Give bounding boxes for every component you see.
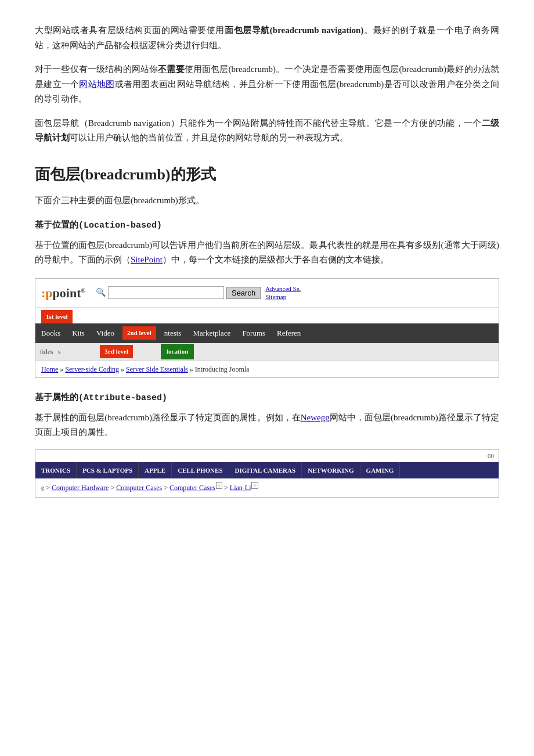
paragraph-1: 大型网站或者具有层级结构页面的网站需要使用面包层导航(breadcrumb na… xyxy=(35,23,499,53)
level-3rd-label: 3rd level xyxy=(100,345,133,358)
sp-search-area: 🔍 Search Advanced Se. Sitemap xyxy=(96,285,301,301)
sp-nav-marketplace: Marketplace xyxy=(187,323,236,343)
sp-nav-kits: Kits xyxy=(66,323,91,343)
sp-nav-ntests: ntests xyxy=(158,323,187,343)
sp-logo: :ppoint® xyxy=(41,282,85,304)
sp-bc-current: Introducing Joomla xyxy=(195,365,250,373)
newegg-top-bar: 00 xyxy=(35,450,499,463)
sp-bc-server-essentials[interactable]: Server Side Essentials xyxy=(126,365,188,373)
sp-bc-sep2: » xyxy=(121,365,126,373)
newegg-nav-apple: APPLE xyxy=(139,462,172,478)
sp-breadcrumb: Home » Server-side Coding » Server Side … xyxy=(35,361,499,377)
paragraph-4: 下面介三种主要的面包层(breadcrumb)形式。 xyxy=(35,193,499,208)
sp-sub-row: tides s 3rd level location xyxy=(35,343,499,361)
newegg-cases-close[interactable]: × xyxy=(216,482,222,489)
p3-text-rest: 可以让用户确认他的当前位置，并且是你的网站导航的另一种表现方式。 xyxy=(70,133,348,142)
paragraph-5: 基于位置的面包层(breadcrumb)可以告诉用户他们当前所在的网站层级。最具… xyxy=(35,238,499,268)
p1-text-before: 大型网站或者具有层级结构页面的网站需要使用 xyxy=(35,26,225,35)
p6-text-before: 基于属性的面包层(breadcrumb)路径显示了特定页面的属性。例如，在 xyxy=(35,413,301,422)
p3-text-before: 面包层导航（Breadcrumb navigation）只能作为一个网站附属的特… xyxy=(35,118,482,128)
newegg-link[interactable]: Newegg xyxy=(301,413,330,422)
sp-bc-server-coding[interactable]: Server-side Coding xyxy=(65,365,119,373)
newegg-nav-cameras: DIGITAL CAMERAS xyxy=(229,462,302,478)
level-location-label: location xyxy=(161,344,194,359)
newegg-bc-cases[interactable]: Computer Cases xyxy=(116,484,162,492)
sp-search-input[interactable] xyxy=(108,286,224,299)
newegg-nav-bar: TRONICS PCS & LAPTOPS APPLE CELL PHONES … xyxy=(35,462,499,478)
p2-bold-text: 不需要 xyxy=(158,64,184,74)
sp-bc-sep3: » xyxy=(190,365,195,373)
sp-nav-books: Books xyxy=(35,323,66,343)
sp-nav-video: Video xyxy=(91,323,120,343)
p2-text-before: 对于一些仅有一级结构的网站你 xyxy=(35,64,158,74)
newegg-nav-pcs: PCS & LAPTOPS xyxy=(77,462,139,478)
newegg-nav-networking: NETWORKING xyxy=(302,462,360,478)
paragraph-3: 面包层导航（Breadcrumb navigation）只能作为一个网站附属的特… xyxy=(35,116,499,146)
sitepoint-screenshot: :ppoint® 🔍 Search Advanced Se. Sitemap 1… xyxy=(35,278,499,378)
sp-nav-bar: Books Kits Video 2nd level ntests Market… xyxy=(35,323,499,343)
sp-advanced-search-link[interactable]: Advanced Se. xyxy=(265,285,301,293)
search-icon: 🔍 xyxy=(96,286,106,300)
paragraph-2: 对于一些仅有一级结构的网站你不需要使用面包层(breadcrumb)。一个决定是… xyxy=(35,62,499,107)
newegg-screenshot: 00 TRONICS PCS & LAPTOPS APPLE CELL PHON… xyxy=(35,449,499,498)
sp-nav-referen: Referen xyxy=(271,323,306,343)
newegg-bc-cases2[interactable]: Computer Cases xyxy=(169,484,215,492)
p1-bold-text: 面包层导航(breadcrumb navigation) xyxy=(225,26,363,35)
newegg-breadcrumb-row: e > Computer Hardware > Computer Cases >… xyxy=(35,478,499,496)
p5-text-rest: ）中，每一个文本链接的层级都大于各自右侧的文本链接。 xyxy=(163,255,389,264)
newegg-top-number: 00 xyxy=(488,452,494,459)
newegg-bc-e[interactable]: e xyxy=(41,484,44,492)
newegg-bc-sep3: > xyxy=(224,484,230,492)
sp-advanced-links: Advanced Se. Sitemap xyxy=(263,285,301,301)
newegg-nav-cell: CELL PHONES xyxy=(172,462,229,478)
sp-nav-forums: Forums xyxy=(236,323,271,343)
paragraph-6: 基于属性的面包层(breadcrumb)路径显示了特定页面的属性。例如，在New… xyxy=(35,411,499,440)
subtitle-location-based: 基于位置的(Location-based) xyxy=(35,218,499,233)
newegg-nav-gaming: GAMING xyxy=(360,462,400,478)
subtitle-attribute-based: 基于属性的(Attribute-based) xyxy=(35,391,499,406)
level-1st-label: 1st level xyxy=(41,310,73,323)
sp-registered: ® xyxy=(81,287,85,293)
newegg-bc-lianli[interactable]: Lian-Li xyxy=(230,484,251,492)
sp-sub-tides: tides xyxy=(40,346,53,358)
sitepoint-link[interactable]: SitePoint xyxy=(131,255,163,264)
level-2nd-label: 2nd level xyxy=(122,326,156,340)
sp-bc-home[interactable]: Home xyxy=(41,365,58,373)
newegg-nav-tronics: TRONICS xyxy=(35,462,77,478)
sp-bc-sep1: » xyxy=(60,365,65,373)
newegg-bc-sep0: > xyxy=(46,484,52,492)
newegg-bc-sep2: > xyxy=(164,484,169,492)
sp-sitemap-link[interactable]: Sitemap xyxy=(265,293,301,301)
sp-sub-s: s xyxy=(58,346,61,358)
section-title-breadcrumb-forms: 面包层(breadcrumb)的形式 xyxy=(35,162,499,188)
sitemap-link[interactable]: 网站地图 xyxy=(79,80,114,89)
newegg-bc-sep1: > xyxy=(110,484,116,492)
newegg-bc-hardware[interactable]: Computer Hardware xyxy=(52,484,109,492)
sp-screenshot-inner: :ppoint® 🔍 Search Advanced Se. Sitemap 1… xyxy=(35,279,499,377)
sp-nav-annotation-area: 1st level Books Kits Video 2nd level nte… xyxy=(35,308,499,377)
sp-search-button[interactable]: Search xyxy=(226,287,261,299)
newegg-lianli-close[interactable]: × xyxy=(251,482,258,489)
